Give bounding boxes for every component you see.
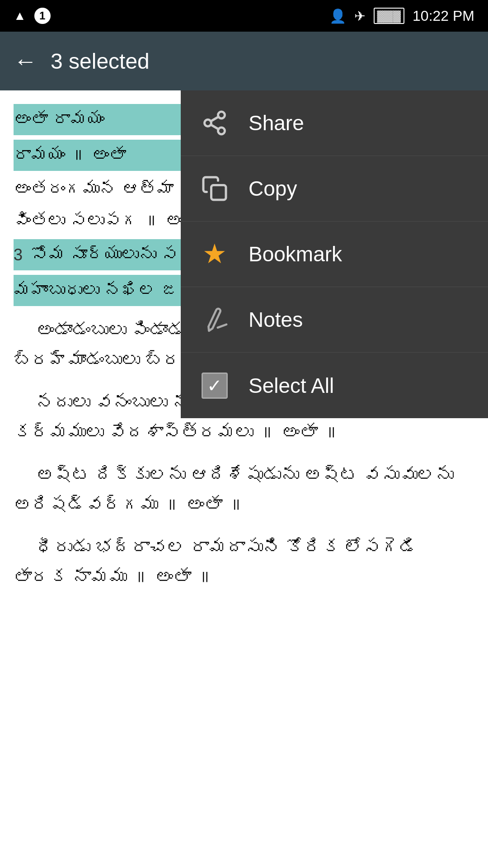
context-menu: Share Copy ★ Bookmark [181,90,488,418]
menu-bookmark-label: Bookmark [249,242,342,266]
svg-line-4 [211,117,218,121]
checkbox-icon: ✓ [202,373,228,399]
people-icon: 👤 [329,8,346,24]
normal-text-2: వింతలు సలుపగ ॥ అంత [14,211,200,230]
menu-item-copy[interactable]: Copy [181,156,488,222]
menu-select-all-label: Select All [249,373,334,398]
notes-icon [199,304,230,335]
para-4: ధీరుడు భద్రాచల రామదాసుని కోరిక లోసగెడి త… [14,532,474,592]
menu-item-bookmark[interactable]: ★ Bookmark [181,222,488,287]
notification-badge: 1 [34,8,51,24]
copy-icon [199,173,230,204]
svg-rect-5 [211,185,226,200]
star-icon: ★ [202,241,227,268]
menu-item-notes[interactable]: Notes [181,287,488,353]
time-display: 10:22 PM [413,8,474,24]
normal-text-1: అంతరంగమున ఆత్మా [14,179,174,198]
android-icon: ▲ [14,9,26,23]
menu-item-select-all[interactable]: ✓ Select All [181,353,488,418]
status-right-icons: 👤 ✈ ▓▓▓ 10:22 PM [329,8,474,24]
selected-count-label: 3 selected [51,49,150,74]
select-all-icon: ✓ [199,370,230,401]
status-bar: ▲ 1 👤 ✈ ▓▓▓ 10:22 PM [0,0,488,32]
verse-number: 3 [14,245,23,264]
share-icon [199,107,230,139]
bookmark-icon: ★ [199,238,230,270]
menu-item-share[interactable]: Share [181,90,488,156]
battery-icon: ▓▓▓ [374,8,405,24]
menu-notes-label: Notes [249,307,303,332]
back-button[interactable]: ← [14,47,37,75]
menu-copy-label: Copy [249,176,297,201]
svg-line-3 [211,125,218,129]
para-3: అష్ట దిక్కులను ఆదిశేషుడును అష్ట వసువులను… [14,460,474,519]
status-left-icons: ▲ 1 [14,8,51,24]
main-section: అంతా రామయం రామయం ॥ అంతా అంతరంగమున ఆత్మా … [0,90,488,868]
airplane-icon: ✈ [354,8,366,24]
menu-share-label: Share [249,111,304,135]
top-bar: ← 3 selected [0,32,488,90]
